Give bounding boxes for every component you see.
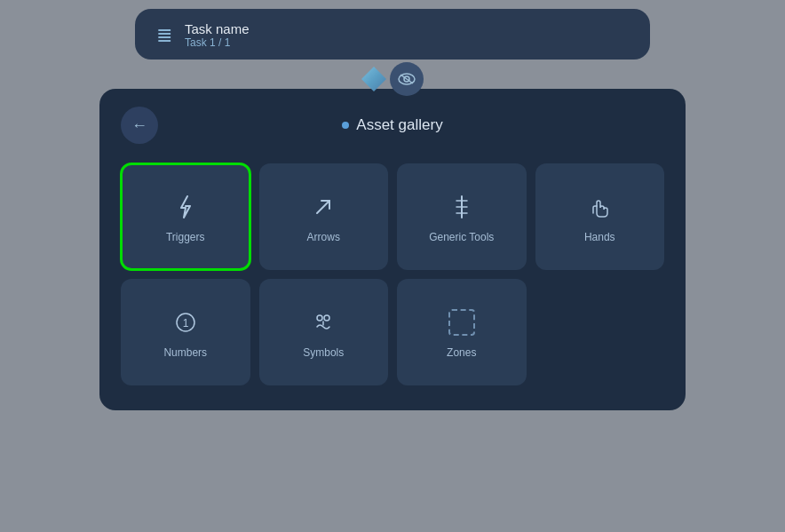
hands-label: Hands <box>584 231 615 243</box>
connector-area <box>361 62 424 96</box>
svg-text:1: 1 <box>182 317 188 330</box>
zones-label: Zones <box>447 346 476 359</box>
asset-gallery-panel: ← Asset gallery Triggers Arrows <box>99 89 686 410</box>
grid-item-symbols[interactable]: Symbols <box>259 279 389 385</box>
bolt-icon <box>172 194 199 220</box>
numbers-icon: 1 <box>172 309 199 336</box>
svg-line-3 <box>317 201 329 213</box>
asset-grid-row2: 1 Numbers Symbols Zones <box>121 279 664 385</box>
arrow-icon <box>310 194 337 220</box>
panel-title-area: Asset gallery <box>342 116 480 134</box>
grid-item-arrows[interactable]: Arrows <box>259 163 389 270</box>
asset-grid-row1: Triggers Arrows Generic Tools <box>121 163 664 270</box>
panel-header: ← Asset gallery <box>121 107 664 144</box>
tools-icon <box>448 194 475 220</box>
task-info: Task name Task 1 / 1 <box>185 21 250 49</box>
task-sub: Task 1 / 1 <box>185 36 250 49</box>
triggers-label: Triggers <box>166 231 205 243</box>
panel-title: Asset gallery <box>356 116 442 134</box>
symbols-label: Symbols <box>303 346 344 359</box>
back-button[interactable]: ← <box>121 107 158 144</box>
task-name: Task name <box>185 21 250 36</box>
task-bar: ≣ Task name Task 1 / 1 <box>135 9 650 60</box>
eye-button[interactable] <box>390 62 424 96</box>
arrows-label: Arrows <box>307 231 340 243</box>
grid-item-hands[interactable]: Hands <box>535 163 665 270</box>
svg-point-11 <box>324 315 329 321</box>
svg-point-10 <box>317 315 322 321</box>
grid-item-triggers[interactable]: Triggers <box>121 163 250 270</box>
grid-item-zones[interactable]: Zones <box>397 279 527 385</box>
task-list-icon: ≣ <box>156 24 172 47</box>
symbols-icon <box>310 309 337 336</box>
title-dot <box>342 122 349 129</box>
numbers-label: Numbers <box>163 346 207 359</box>
back-arrow-icon: ← <box>131 116 147 135</box>
zones-icon <box>448 309 475 336</box>
gem-icon <box>361 67 386 91</box>
hand-icon <box>586 194 613 220</box>
grid-item-numbers[interactable]: 1 Numbers <box>121 279 250 385</box>
grid-item-empty <box>535 279 665 385</box>
grid-item-generic-tools[interactable]: Generic Tools <box>397 163 527 270</box>
generic-tools-label: Generic Tools <box>429 231 494 243</box>
eye-icon <box>398 73 416 85</box>
